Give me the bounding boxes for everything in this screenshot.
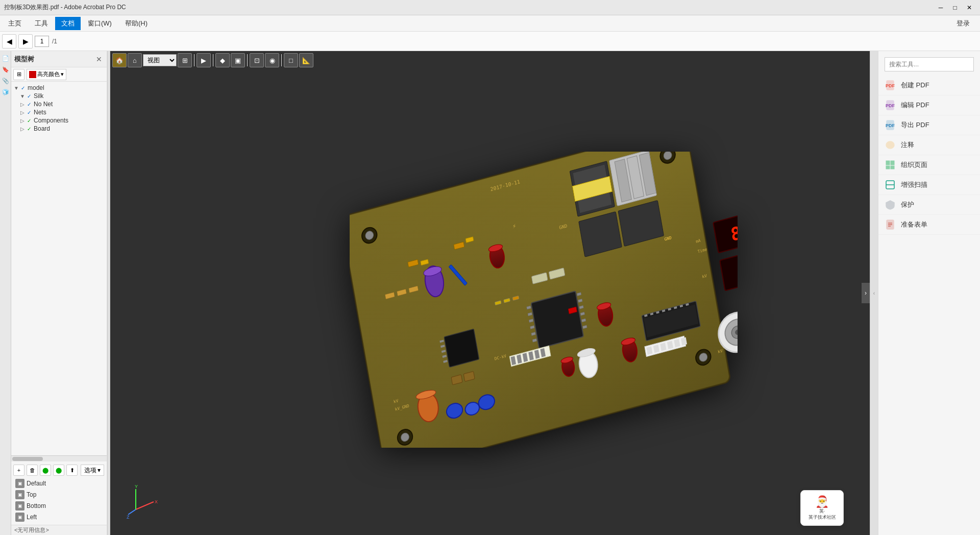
- color-box: [29, 71, 36, 78]
- sidebar-icon-model[interactable]: 🧊: [1, 87, 11, 97]
- tree-item-nonet[interactable]: ▷ ✓ No Net: [11, 100, 107, 108]
- comment-icon: [885, 139, 896, 151]
- view-model-btn[interactable]: ◆: [215, 53, 230, 67]
- view-play-btn[interactable]: ▶: [197, 53, 211, 67]
- menu-item-window[interactable]: 窗口(W): [82, 17, 118, 30]
- right-panel-item-protect[interactable]: 保护: [878, 195, 980, 215]
- view-icon-top: ▣: [15, 490, 24, 499]
- tree-label-silk: Silk: [34, 92, 43, 100]
- sidebar-icon-attach[interactable]: 📎: [1, 76, 11, 86]
- view-light-btn[interactable]: ◉: [265, 53, 279, 67]
- menu-item-home[interactable]: 主页: [2, 17, 28, 30]
- tree-h-scrollbar[interactable]: [11, 455, 107, 461]
- tree-check-components: ✓: [26, 117, 33, 124]
- sidebar-icon-bookmark[interactable]: 🔖: [1, 64, 11, 75]
- view-toolbar: 🏠 ⌂ 视图 顶视图 底视图 左视图 右视图 前视图 后视图 ⊞ ▶ ◆ ▣ ⊡…: [112, 53, 868, 67]
- right-panel-resizer[interactable]: ‹: [870, 51, 878, 535]
- view-rect-btn[interactable]: □: [284, 53, 298, 67]
- highlight-color-selector[interactable]: 高亮颜色 ▾: [27, 69, 66, 80]
- view-icon-left: ▣: [15, 513, 24, 522]
- panel-header: 模型树 ✕: [11, 51, 107, 67]
- edit-pdf-icon: PDF: [885, 100, 896, 111]
- view-icon-default: ▣: [15, 479, 24, 488]
- search-tools-input[interactable]: [885, 57, 974, 71]
- chat-text: 英·英子技术社区: [808, 508, 836, 520]
- view-measure-btn[interactable]: 📐: [299, 53, 313, 67]
- scan-label: 增强扫描: [901, 180, 927, 189]
- panel-content: 模型树 ✕ ⊞ 高亮颜色 ▾ ▼ ✓ model: [11, 51, 107, 535]
- panel-grid-button[interactable]: ⊞: [13, 69, 24, 80]
- view-home2-button[interactable]: ⌂: [128, 53, 142, 67]
- nav-prev-button[interactable]: ◀: [2, 34, 16, 48]
- view-item-bottom[interactable]: ▣ Bottom: [13, 500, 105, 512]
- panel-close-button[interactable]: ✕: [94, 55, 104, 64]
- tree-check-board: ✓: [26, 125, 33, 132]
- tree-item-board[interactable]: ▷ ✓ Board: [11, 125, 107, 133]
- view-select[interactable]: 视图 顶视图 底视图 左视图 右视图 前视图 后视图: [143, 54, 177, 66]
- tree-check-nonet: ✓: [26, 101, 33, 108]
- expand-nets-icon[interactable]: ▷: [19, 109, 26, 115]
- protect-icon: [885, 199, 896, 210]
- right-panel-item-export[interactable]: PDF 导出 PDF: [878, 115, 980, 135]
- views-add-button[interactable]: +: [13, 465, 24, 476]
- right-panel-item-edit[interactable]: PDF 编辑 PDF: [878, 95, 980, 115]
- svg-point-132: [886, 141, 894, 149]
- right-panel-item-comment[interactable]: 注释: [878, 135, 980, 155]
- view-label-top: Top: [27, 491, 36, 498]
- svg-rect-134: [886, 161, 890, 165]
- expand-board-icon[interactable]: ▷: [19, 126, 26, 132]
- views-up-button[interactable]: ⬆: [66, 465, 78, 476]
- right-panel-item-organize[interactable]: 组织页面: [878, 155, 980, 175]
- tree-check-model: ✓: [19, 84, 27, 91]
- menu-item-tools[interactable]: 工具: [29, 17, 54, 30]
- menu-item-help[interactable]: 帮助(H): [119, 17, 154, 30]
- page-number-input[interactable]: [35, 36, 49, 47]
- organize-label: 组织页面: [901, 160, 927, 169]
- views-options-button[interactable]: 选项 ▾: [81, 465, 104, 476]
- search-tools-header: [878, 55, 980, 76]
- view-select-btn[interactable]: ⊞: [178, 53, 192, 67]
- tree-item-components[interactable]: ▷ ✓ Components: [11, 116, 107, 125]
- expand-components-icon[interactable]: ▷: [19, 117, 26, 124]
- tree-item-silk[interactable]: ▼ ✓ Silk: [11, 92, 107, 100]
- menu-item-document[interactable]: 文档: [55, 17, 81, 30]
- right-panel-item-scan[interactable]: 增强扫描: [878, 175, 980, 195]
- views-delete-button[interactable]: 🗑: [27, 465, 38, 476]
- right-panel-item-prepare[interactable]: 准备表单: [878, 215, 980, 235]
- toolbar-separator-4: [281, 54, 282, 66]
- views-camera2-button[interactable]: ⬤: [53, 465, 64, 476]
- svg-text:PDF: PDF: [886, 83, 895, 88]
- tree-item-model[interactable]: ▼ ✓ model: [11, 84, 107, 92]
- view-section-btn[interactable]: ⊡: [250, 53, 264, 67]
- view-home-button[interactable]: 🏠: [112, 53, 127, 67]
- 3d-view-area[interactable]: 🏠 ⌂ 视图 顶视图 底视图 左视图 右视图 前视图 后视图 ⊞ ▶ ◆ ▣ ⊡…: [110, 51, 870, 535]
- chat-avatar: 🎅: [815, 495, 829, 508]
- view-item-left[interactable]: ▣ Left: [13, 512, 105, 523]
- right-panel-item-create[interactable]: PDF 创建 PDF: [878, 76, 980, 95]
- sidebar-icon-page[interactable]: 📄: [1, 53, 11, 63]
- close-button[interactable]: ✕: [963, 2, 976, 13]
- panel-title: 模型树: [14, 55, 34, 64]
- tree-item-nets[interactable]: ▷ ✓ Nets: [11, 108, 107, 116]
- views-toolbar: + 🗑 ⬤ ⬤ ⬆ 选项 ▾: [13, 464, 105, 478]
- scrollbar-thumb: [12, 457, 43, 461]
- chat-widget[interactable]: 🎅 英·英子技术社区: [800, 490, 844, 526]
- highlight-color-label: 高亮颜色: [37, 70, 60, 78]
- view-item-default[interactable]: ▣ Default: [13, 478, 105, 489]
- view-scroll-right[interactable]: ›: [862, 283, 870, 303]
- tree-area[interactable]: ▼ ✓ model ▼ ✓ Silk ▷ ✓ No Net: [11, 82, 107, 455]
- minimize-button[interactable]: ─: [934, 2, 947, 13]
- view-label-bottom: Bottom: [27, 502, 46, 509]
- view-item-top[interactable]: ▣ Top: [13, 489, 105, 500]
- nav-next-button[interactable]: ▶: [18, 34, 33, 48]
- login-button[interactable]: 登录: [948, 17, 978, 30]
- pcb-3d-view: 2017-10-11 GND GND: [228, 74, 860, 525]
- expand-model-icon[interactable]: ▼: [13, 85, 19, 91]
- views-camera-button[interactable]: ⬤: [40, 465, 51, 476]
- toolbar-separator-2: [213, 54, 213, 66]
- maximize-button[interactable]: □: [948, 2, 962, 13]
- create-pdf-label: 创建 PDF: [901, 81, 929, 90]
- expand-silk-icon[interactable]: ▼: [19, 93, 26, 99]
- expand-nonet-icon[interactable]: ▷: [19, 101, 26, 107]
- view-group-btn[interactable]: ▣: [231, 53, 245, 67]
